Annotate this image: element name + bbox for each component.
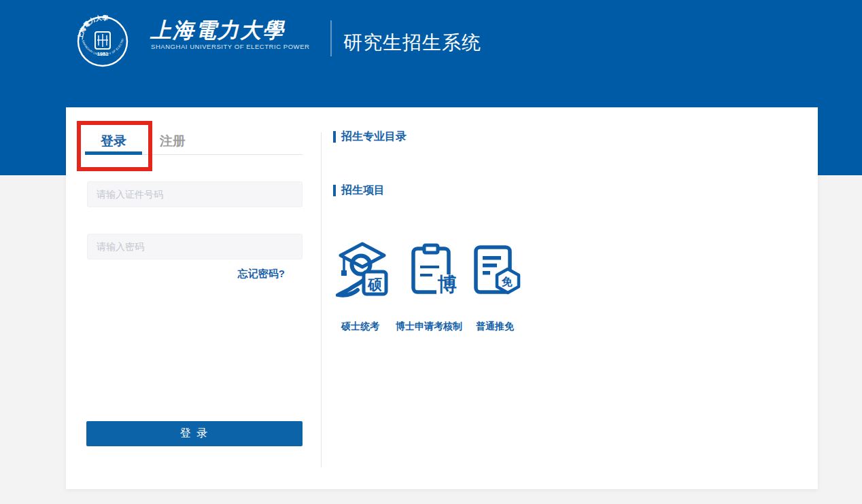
forgot-password-row: 忘记密码? bbox=[87, 268, 303, 281]
seal-year-text: 1951 bbox=[97, 51, 109, 57]
doctor-badge-char: 博 bbox=[436, 274, 457, 294]
card-vertical-divider bbox=[321, 132, 322, 467]
university-name-zh: 上海電力大學 bbox=[150, 16, 293, 45]
section-title-bar bbox=[333, 131, 336, 143]
program-master[interactable]: 硕 bbox=[336, 240, 389, 298]
header-divider bbox=[330, 20, 332, 56]
section-title-label: 招生项目 bbox=[341, 183, 385, 198]
login-card: 登录注册 忘记密码? 登 录 招生专业目录 招生项目 bbox=[66, 107, 818, 489]
exemption-badge-char: 免 bbox=[502, 276, 513, 287]
id-number-input[interactable] bbox=[87, 181, 303, 207]
university-name-en: SHANGHAI UNIVERSITY OF ELECTRIC POWER bbox=[151, 43, 307, 50]
section-title-label: 招生专业目录 bbox=[341, 130, 407, 144]
system-title: 研究生招生系统 bbox=[343, 30, 481, 56]
tab-login[interactable]: 登录 bbox=[85, 132, 142, 155]
program-label-doctor[interactable]: 博士申请考核制 bbox=[396, 321, 462, 333]
auth-tabs: 登录注册 bbox=[85, 132, 303, 155]
program-label-exemption[interactable]: 普通推免 bbox=[476, 321, 514, 333]
program-doctor[interactable]: 博 bbox=[409, 243, 460, 298]
forgot-password-link[interactable]: 忘记密码? bbox=[238, 268, 285, 279]
master-badge-char: 硕 bbox=[368, 277, 382, 291]
section-title-bar bbox=[333, 185, 336, 196]
svg-text:上海電力大學: 上海電力大學 bbox=[77, 15, 109, 41]
password-input[interactable] bbox=[87, 234, 303, 259]
program-exemption[interactable]: 免 bbox=[472, 243, 522, 298]
university-seal-logo: 上海電力大學 SHANGHAI UNIVERSITY OF ELECTRIC P… bbox=[76, 15, 129, 68]
section-admission-catalog[interactable]: 招生专业目录 bbox=[333, 130, 407, 144]
login-button[interactable]: 登 录 bbox=[86, 421, 303, 446]
tab-register[interactable]: 注册 bbox=[160, 132, 186, 151]
exemption-document-icon bbox=[472, 243, 522, 298]
info-panel: 招生专业目录 招生项目 硕 bbox=[333, 107, 809, 489]
program-label-master[interactable]: 硕士统考 bbox=[341, 321, 379, 333]
seal-zh-arc-text: 上海電力大學 bbox=[77, 15, 109, 41]
section-admission-programs: 招生项目 bbox=[333, 183, 385, 198]
